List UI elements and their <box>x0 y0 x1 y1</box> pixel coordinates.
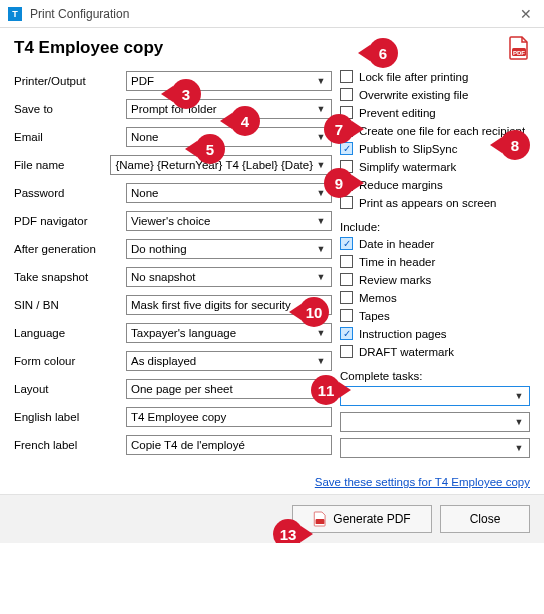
checkbox-publish-slipsync[interactable] <box>340 142 353 155</box>
field-french-label: French labelCopie T4 de l'employé <box>14 434 332 456</box>
task-select-3[interactable]: ▼ <box>340 438 530 458</box>
checkbox-overwrite[interactable] <box>340 88 353 101</box>
field-pdf-navigator: PDF navigatorViewer's choice▼ <box>14 210 332 232</box>
check-label-time-header: Time in header <box>359 255 435 270</box>
check-label-reduce-margins: Reduce margins <box>359 178 443 193</box>
input-english-label[interactable]: T4 Employee copy <box>126 407 332 427</box>
check-row-draft-watermark[interactable]: DRAFT watermark <box>340 345 530 360</box>
chevron-down-icon: ▼ <box>511 387 527 405</box>
checkbox-date-header[interactable] <box>340 237 353 250</box>
checkbox-tapes[interactable] <box>340 309 353 322</box>
select-take-snapshot[interactable]: No snapshot▼ <box>126 267 332 287</box>
input-french-label[interactable]: Copie T4 de l'employé <box>126 435 332 455</box>
chevron-down-icon: ▼ <box>511 439 527 457</box>
close-button-label: Close <box>470 512 501 526</box>
select-layout[interactable]: One page per sheet▼ <box>126 379 332 399</box>
check-label-simplify-watermark: Simplify watermark <box>359 160 456 175</box>
include-title: Include: <box>340 221 530 233</box>
select-form-colour[interactable]: As displayed▼ <box>126 351 332 371</box>
checkbox-memos[interactable] <box>340 291 353 304</box>
chevron-down-icon: ▼ <box>313 212 329 230</box>
chevron-down-icon: ▼ <box>313 268 329 286</box>
field-email: EmailNone▼ <box>14 126 332 148</box>
label-file-name: File name <box>14 159 110 171</box>
field-language: LanguageTaxpayer's language▼ <box>14 322 332 344</box>
left-column: Printer/OutputPDF▼Save toPrompt for fold… <box>14 70 332 464</box>
app-icon: T <box>8 7 22 21</box>
field-form-colour: Form colourAs displayed▼ <box>14 350 332 372</box>
check-label-overwrite: Overwrite existing file <box>359 88 468 103</box>
svg-rect-2 <box>316 519 325 524</box>
chevron-down-icon: ▼ <box>313 352 329 370</box>
save-settings-link[interactable]: Save these settings for T4 Employee copy <box>14 476 530 488</box>
select-language[interactable]: Taxpayer's language▼ <box>126 323 332 343</box>
select-pdf-navigator[interactable]: Viewer's choice▼ <box>126 211 332 231</box>
check-label-draft-watermark: DRAFT watermark <box>359 345 454 360</box>
annotation-balloon-10: 10 <box>299 297 329 327</box>
checkbox-time-header[interactable] <box>340 255 353 268</box>
chevron-down-icon: ▼ <box>511 413 527 431</box>
close-icon[interactable]: ✕ <box>516 6 536 22</box>
field-file-name: File name{Name} {ReturnYear} T4 {Label} … <box>14 154 332 176</box>
close-button[interactable]: Close <box>440 505 530 533</box>
check-label-publish-slipsync: Publish to SlipSync <box>359 142 457 157</box>
task-select-2[interactable]: ▼ <box>340 412 530 432</box>
annotation-balloon-4: 4 <box>230 106 260 136</box>
check-row-instruction-pages[interactable]: Instruction pages <box>340 327 530 342</box>
label-password: Password <box>14 187 126 199</box>
check-label-prevent-editing: Prevent editing <box>359 106 436 121</box>
check-label-memos: Memos <box>359 291 397 306</box>
check-row-simplify-watermark[interactable]: Simplify watermark <box>340 160 530 175</box>
check-row-time-header[interactable]: Time in header <box>340 255 530 270</box>
task-select-1[interactable]: ▼ <box>340 386 530 406</box>
check-row-date-header[interactable]: Date in header <box>340 237 530 252</box>
check-row-prevent-editing[interactable]: Prevent editing <box>340 106 530 121</box>
label-french-label: French label <box>14 439 126 451</box>
check-row-review-marks[interactable]: Review marks <box>340 273 530 288</box>
annotation-balloon-11: 11 <box>311 375 341 405</box>
select-printer-output[interactable]: PDF▼ <box>126 71 332 91</box>
check-row-reduce-margins[interactable]: Reduce margins <box>340 178 530 193</box>
label-email: Email <box>14 131 126 143</box>
titlebar: T Print Configuration ✕ <box>0 0 544 28</box>
generate-pdf-button[interactable]: Generate PDF <box>292 505 432 533</box>
check-row-memos[interactable]: Memos <box>340 291 530 306</box>
label-english-label: English label <box>14 411 126 423</box>
check-row-print-as-screen[interactable]: Print as appears on screen <box>340 196 530 211</box>
checkbox-lock-file[interactable] <box>340 70 353 83</box>
generate-pdf-label: Generate PDF <box>333 512 410 526</box>
check-label-tapes: Tapes <box>359 309 390 324</box>
svg-text:PDF: PDF <box>513 50 525 56</box>
page-title: T4 Employee copy <box>14 38 508 58</box>
check-row-overwrite[interactable]: Overwrite existing file <box>340 88 530 103</box>
field-password: PasswordNone▼ <box>14 182 332 204</box>
field-sin-bn: SIN / BNMask first five digits for secur… <box>14 294 332 316</box>
select-email[interactable]: None▼ <box>126 127 332 147</box>
check-row-tapes[interactable]: Tapes <box>340 309 530 324</box>
label-pdf-navigator: PDF navigator <box>14 215 126 227</box>
window-title: Print Configuration <box>30 7 516 21</box>
check-label-review-marks: Review marks <box>359 273 431 288</box>
checkbox-review-marks[interactable] <box>340 273 353 286</box>
check-label-instruction-pages: Instruction pages <box>359 327 447 342</box>
label-sin-bn: SIN / BN <box>14 299 126 311</box>
field-english-label: English labelT4 Employee copy <box>14 406 332 428</box>
check-label-lock-file: Lock file after printing <box>359 70 468 85</box>
annotation-balloon-8: 8 <box>500 130 530 160</box>
select-after-generation[interactable]: Do nothing▼ <box>126 239 332 259</box>
annotation-balloon-7: 7 <box>324 114 354 144</box>
field-layout: LayoutOne page per sheet▼ <box>14 378 332 400</box>
check-row-lock-file[interactable]: Lock file after printing <box>340 70 530 85</box>
label-language: Language <box>14 327 126 339</box>
checkbox-print-as-screen[interactable] <box>340 196 353 209</box>
label-form-colour: Form colour <box>14 355 126 367</box>
label-save-to: Save to <box>14 103 126 115</box>
label-printer-output: Printer/Output <box>14 75 126 87</box>
label-after-generation: After generation <box>14 243 126 255</box>
select-password[interactable]: None▼ <box>126 183 332 203</box>
pdf-icon[interactable]: PDF <box>508 36 530 60</box>
checkbox-draft-watermark[interactable] <box>340 345 353 358</box>
checkbox-instruction-pages[interactable] <box>340 327 353 340</box>
annotation-balloon-5: 5 <box>195 134 225 164</box>
label-take-snapshot: Take snapshot <box>14 271 126 283</box>
